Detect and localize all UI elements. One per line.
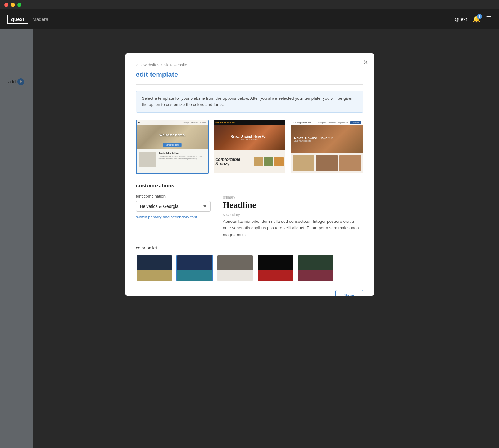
- template-preview-1: M Listings Amenities Contact Welcome hom…: [137, 120, 208, 173]
- logo: quext: [7, 15, 28, 24]
- brand-name: Madera: [33, 16, 48, 22]
- swatch-4-bottom: [258, 270, 293, 281]
- t3-hero-text: Relax. Unwind. Have fun.: [294, 136, 335, 140]
- t3-img-3: [339, 155, 361, 171]
- swatch-5-top: [298, 255, 333, 270]
- swatch-5-bottom: [298, 270, 333, 281]
- t2-cc-text: comfortable& cozy: [215, 157, 252, 166]
- t1-section-heading: Comfortable & Cozy: [159, 152, 206, 154]
- font-preview-body: Aenean lacinia bibendum nulla sed consec…: [223, 218, 363, 238]
- template-preview-2: Morningside Green Relax. Unwind. Have Fu…: [214, 120, 285, 173]
- notification-badge: 2: [477, 14, 482, 19]
- template-card-1[interactable]: M Listings Amenities Contact Welcome hom…: [136, 120, 209, 174]
- t3-nav-link-1: Floorplans: [318, 122, 326, 124]
- t3-cta-button: Apply Now: [350, 121, 361, 124]
- font-preview: primary Headline secondary Aenean lacini…: [223, 194, 363, 238]
- template-card-2[interactable]: Morningside Green Relax. Unwind. Have Fu…: [213, 120, 286, 174]
- nav-user: Quext: [455, 16, 467, 22]
- template-2-hero: Relax. Unwind. Have Fun! Live your best …: [214, 125, 285, 150]
- font-preview-headline: Headline: [223, 200, 363, 210]
- modal-overlay: ✕ ⌂ › websites › view website edit templ…: [0, 29, 499, 448]
- t3-img-1: [293, 155, 314, 171]
- template-2-bottom: comfortable& cozy: [214, 150, 285, 173]
- t3-logo: Morningside Green: [293, 121, 311, 124]
- t1-nav-link-1: Listings: [183, 122, 189, 124]
- t1-logo: M: [138, 121, 140, 124]
- t1-nav-links: Listings Amenities Contact: [183, 122, 206, 124]
- hamburger-menu-icon[interactable]: ☰: [486, 15, 492, 23]
- template-row: M Listings Amenities Contact Welcome hom…: [136, 120, 363, 174]
- template-3-bottom: [291, 153, 363, 173]
- swatch-1-bottom: [137, 270, 172, 281]
- breadcrumb-websites[interactable]: websites: [144, 62, 160, 67]
- template-1-bottom: Comfortable & Cozy The perfect place to …: [137, 149, 208, 173]
- template-2-nav: Morningside Green: [214, 120, 285, 125]
- swatch-3-bottom: [217, 270, 253, 281]
- color-pallet-title: color pallet: [136, 245, 363, 250]
- t1-bottom-image: [139, 152, 156, 167]
- t1-section-body: The perfect place to call home. Our apar…: [159, 155, 206, 160]
- t1-hero-text: Welcome home.: [159, 133, 185, 137]
- info-box: Select a template for your website from …: [136, 91, 363, 113]
- swatch-4-top: [258, 255, 293, 270]
- swatch-3-top: [217, 255, 253, 270]
- swatch-2-bottom: [177, 270, 212, 281]
- template-card-3[interactable]: Morningside Green Floorplans Amenities N…: [290, 120, 363, 174]
- maximize-button[interactable]: [17, 3, 21, 7]
- template-preview-3: Morningside Green Floorplans Amenities N…: [291, 120, 363, 173]
- t2-logo: Morningside Green: [215, 121, 235, 124]
- t2-img-3: [274, 157, 284, 166]
- minimize-button[interactable]: [11, 3, 15, 7]
- template-3-nav: Morningside Green Floorplans Amenities N…: [291, 120, 363, 125]
- swatch-2-top: [177, 255, 212, 270]
- template-1-nav: M Listings Amenities Contact: [137, 120, 208, 125]
- swatch-1-top: [137, 255, 172, 270]
- t2-hero-sub: Live your best life: [241, 138, 258, 140]
- modal-title: edit template: [136, 71, 363, 79]
- main-area: add + ✕ ⌂ › websites › view website edit…: [0, 29, 499, 448]
- title-bar: [0, 0, 499, 9]
- save-button[interactable]: Save: [335, 290, 363, 296]
- breadcrumb-home-icon[interactable]: ⌂: [136, 62, 139, 67]
- close-button[interactable]: [4, 3, 8, 7]
- t1-nav-link-3: Contact: [200, 122, 206, 124]
- color-swatch-4[interactable]: [257, 255, 294, 281]
- customizations-title: customizations: [136, 183, 363, 189]
- secondary-font-label: secondary: [223, 213, 363, 217]
- t3-nav-link-3: Neighborhood: [338, 122, 348, 124]
- t1-bottom-text: Comfortable & Cozy The perfect place to …: [159, 152, 206, 171]
- template-1-hero: M Listings Amenities Contact Welcome hom…: [137, 120, 208, 149]
- nav-left: quext Madera: [7, 15, 48, 24]
- t3-img-2: [316, 155, 338, 171]
- breadcrumb-sep1: ›: [141, 63, 142, 67]
- notification-bell[interactable]: 🔔 2: [473, 15, 480, 23]
- breadcrumb-view-website[interactable]: view website: [164, 62, 187, 67]
- color-swatch-5[interactable]: [297, 255, 334, 281]
- font-combination-select[interactable]: Helvetica & Georgia Open Sans & Merriwea…: [136, 201, 211, 212]
- font-combination-label: font combination: [136, 194, 211, 199]
- t1-nav-link-2: Amenities: [191, 122, 198, 124]
- modal-footer: Save: [136, 290, 363, 296]
- font-section: font combination Helvetica & Georgia Ope…: [136, 194, 363, 238]
- nav-right: Quext 🔔 2 ☰: [455, 15, 492, 23]
- color-swatch-3[interactable]: [217, 255, 253, 281]
- breadcrumb-sep2: ›: [161, 63, 162, 67]
- t2-hero-text: Relax. Unwind. Have Fun!: [230, 135, 268, 138]
- primary-font-label: primary: [223, 195, 363, 199]
- t2-img-2: [264, 157, 273, 166]
- top-nav: quext Madera Quext 🔔 2 ☰: [0, 9, 499, 29]
- switch-fonts-link[interactable]: switch primary and secondary font: [136, 215, 197, 219]
- t2-img-1: [254, 157, 263, 166]
- t3-hero-sub: Live your best life: [294, 140, 311, 142]
- color-swatch-1[interactable]: [136, 255, 173, 281]
- template-3-hero: Relax. Unwind. Have fun. Live your best …: [291, 125, 363, 153]
- t1-cta-button: Schedule Tour: [163, 143, 182, 147]
- breadcrumb: ⌂ › websites › view website: [136, 62, 363, 67]
- font-left: font combination Helvetica & Georgia Ope…: [136, 194, 211, 238]
- edit-template-modal: ✕ ⌂ › websites › view website edit templ…: [125, 53, 374, 296]
- color-pallet-row: [136, 255, 363, 281]
- modal-close-button[interactable]: ✕: [363, 58, 368, 66]
- t2-image-grid: [254, 157, 284, 166]
- color-swatch-2[interactable]: [176, 255, 213, 281]
- divider: [136, 84, 363, 85]
